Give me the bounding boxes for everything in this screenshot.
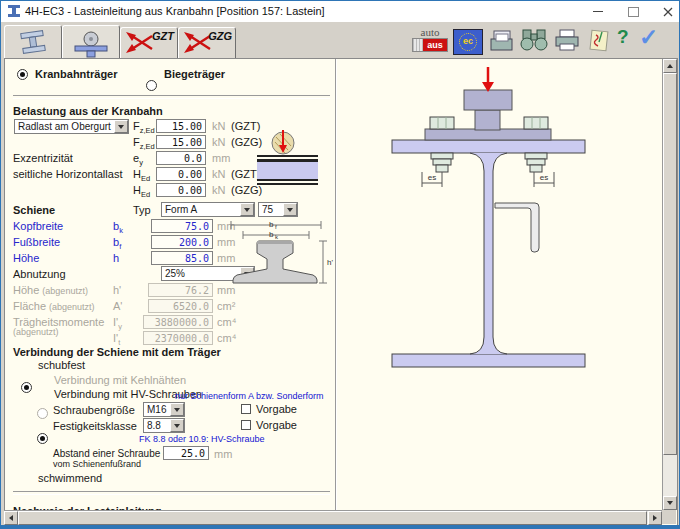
notes-button[interactable] [586, 28, 613, 53]
connection-section-header: Verbindung der Schiene mit dem Träger [13, 346, 221, 358]
maximize-button[interactable] [616, 1, 650, 22]
copy-button[interactable] [489, 29, 515, 53]
schraubenabstand-input[interactable] [163, 446, 209, 460]
close-button[interactable] [651, 1, 680, 22]
auto-aus-switch: aus [412, 38, 448, 52]
svg-text:es: es [540, 173, 548, 182]
scroll-right-icon [653, 515, 657, 521]
app-window: 4H-EC3 - Lasteinleitung aus Kranbahn [Po… [0, 0, 680, 529]
app-icon [7, 4, 21, 18]
scroll-right-button[interactable] [648, 511, 662, 525]
hed-gzt-input[interactable] [156, 167, 206, 181]
tab-gzt[interactable]: GZT [120, 27, 178, 59]
horizontallast-label: seitliche Horizontallast [13, 168, 122, 180]
titlebar: 4H-EC3 - Lasteinleitung aus Kranbahn [Po… [1, 1, 679, 22]
scrollbar-corner [662, 510, 676, 524]
eurocode-button[interactable]: ec [453, 29, 483, 55]
svg-text:b: b [269, 230, 274, 239]
svg-text:es: es [428, 173, 436, 182]
notes-icon [586, 28, 613, 53]
aw-output [148, 299, 213, 313]
schwimmend-label: schwimmend [38, 472, 102, 484]
ec-label: ec [463, 36, 473, 46]
vorgabe-class-label: Vorgabe [256, 419, 297, 431]
ey-input[interactable] [156, 151, 206, 165]
separator [13, 95, 330, 99]
vorgabe-size-checkbox[interactable] [241, 404, 251, 414]
maximize-icon [628, 7, 639, 17]
fussbreite-label: Fußbreite [13, 236, 60, 248]
flaeche-abgenutzt-label: Fläche (abgenutzt) [13, 300, 95, 312]
h-input[interactable] [151, 251, 213, 265]
schraubenabstand-unit: mm [214, 448, 232, 460]
it-symbol: I't [113, 332, 120, 347]
biegetraeger-label: Biegeträger [164, 68, 225, 80]
scroll-up-button[interactable] [663, 59, 677, 73]
dropdown-arrow-icon[interactable] [240, 203, 254, 216]
schraubengroesse-dropdown[interactable]: M16 [143, 402, 185, 417]
hv-note: nur Schienenform A bzw. Sonderform [175, 391, 324, 401]
tab-load-introduction[interactable] [62, 25, 120, 61]
fz-gzt-input[interactable] [156, 119, 206, 133]
confirm-button[interactable]: ✓ [639, 24, 658, 51]
scroll-down-button[interactable] [663, 496, 677, 510]
schraubengroesse-label: Schraubengröße [53, 404, 135, 416]
iy-symbol: I'y [113, 316, 122, 331]
panel-divider [335, 59, 336, 510]
tab-profile[interactable] [4, 25, 62, 59]
aw-symbol: A' [113, 300, 122, 312]
vertical-scrollbar[interactable] [662, 59, 677, 510]
minimize-button[interactable] [581, 1, 615, 22]
vertical-scroll-thumb[interactable] [663, 73, 677, 455]
festigkeitsklasse-dropdown[interactable]: 8.8 [143, 418, 185, 433]
fz-gzg-input[interactable] [156, 135, 206, 149]
scroll-left-button[interactable] [4, 511, 18, 525]
tab-gzg-label: GZG [208, 30, 232, 42]
dropdown-arrow-icon[interactable] [114, 120, 128, 133]
hed-gzg-input[interactable] [156, 183, 206, 197]
dropdown-arrow-icon[interactable] [283, 203, 297, 216]
scroll-up-icon [667, 64, 673, 68]
radio-schubfest[interactable] [21, 382, 32, 393]
horizontal-scroll-thumb[interactable] [18, 511, 647, 525]
schraubenabstand-note: vom Schienenfußrand [53, 459, 141, 469]
kopfbreite-label: Kopfbreite [13, 220, 63, 232]
radio-hv-schrauben[interactable] [37, 433, 48, 444]
rail-form-value: Form A [162, 203, 240, 216]
radio-kehlnaehte [37, 408, 48, 419]
bf-input[interactable] [151, 235, 213, 249]
auto-toggle-button[interactable]: auto aus [412, 27, 448, 52]
fk-note: FK 8.8 oder 10.9: HV-Schraube [139, 434, 265, 444]
view-button[interactable] [518, 28, 550, 53]
help-button[interactable]: ? [617, 26, 629, 48]
dropdown-arrow-icon[interactable] [170, 419, 184, 432]
tab-gzg[interactable]: GZG [178, 27, 236, 59]
bk-symbol: bk [113, 220, 123, 235]
wheel-support-icon [69, 30, 113, 58]
kranbahntraeger-label: Kranbahnträger [35, 68, 118, 80]
beam-diagram: es es [337, 59, 662, 510]
svg-text:b: b [269, 220, 274, 229]
bk-input[interactable] [151, 219, 213, 233]
toolbar: GZT GZG auto aus ec [1, 22, 679, 58]
checkmark-icon: ✓ [639, 24, 658, 51]
rail-form-dropdown[interactable]: Form A [161, 202, 255, 217]
fz-gzt-symbol: Fz,Ed [133, 120, 155, 135]
hed-gzg-symbol: HEd [133, 184, 150, 199]
drawing-panel: es es [337, 59, 662, 510]
dropdown-arrow-icon[interactable] [170, 403, 184, 416]
radio-biegetraeger[interactable] [146, 80, 157, 91]
it-unit: cm⁴ [217, 332, 236, 344]
aw-unit: cm² [217, 300, 235, 312]
horizontal-scrollbar[interactable] [4, 510, 662, 525]
wheel-load-sketch [255, 129, 321, 191]
rail-size-dropdown[interactable]: 75 [258, 202, 298, 217]
vorgabe-size-label: Vorgabe [256, 403, 297, 415]
hed-gzt-symbol: HEd [133, 168, 150, 183]
load-type-dropdown[interactable]: Radlast am Obergurt [14, 119, 129, 134]
vorgabe-class-checkbox[interactable] [241, 420, 251, 430]
tab-gzt-label: GZT [152, 30, 174, 42]
print-button[interactable] [554, 29, 581, 52]
copy-pages-icon [489, 29, 515, 53]
radio-kranbahntraeger[interactable] [17, 69, 28, 80]
